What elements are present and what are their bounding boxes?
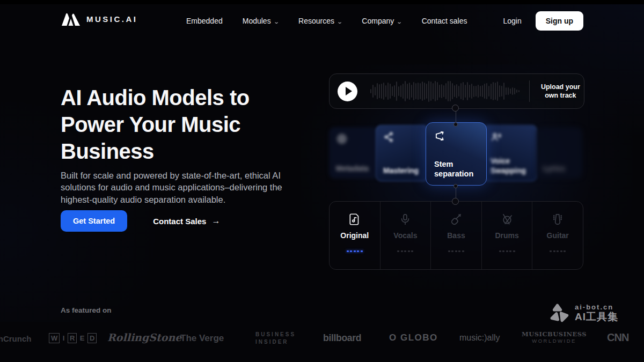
watermark-text: ai-bot.cn AI工具集: [575, 303, 618, 323]
logo-theverge: The Verge: [180, 333, 224, 344]
waveform-bar: [475, 86, 477, 97]
progress-dot: [564, 250, 566, 252]
waveform-bar: [394, 85, 395, 97]
nav-item-label: Company: [362, 17, 394, 25]
waveform-bar: [458, 86, 459, 96]
waveform-bar: [370, 89, 371, 93]
stem-track-vocals[interactable]: Vocals: [380, 202, 431, 269]
circle-icon: [336, 133, 348, 145]
wired-letter: W: [49, 333, 60, 343]
waveform-bar: [471, 84, 472, 99]
nav-item-resources[interactable]: Resources⌄: [298, 17, 342, 25]
voice-swap-icon: [491, 131, 502, 143]
stem-track-original[interactable]: Original: [330, 202, 380, 269]
logo-techcrunch: TechCrunch: [0, 334, 31, 343]
watermark-line2: AI工具集: [575, 311, 618, 323]
waveform-bar: [441, 84, 442, 99]
waveform-bar: [512, 87, 513, 95]
signup-button[interactable]: Sign up: [536, 11, 583, 31]
contact-sales-link[interactable]: Contact Sales →: [153, 216, 220, 226]
module-card-voice-swapping[interactable]: Voice Swapping: [483, 125, 537, 181]
waveform-bar: [385, 85, 386, 97]
stem-track-guitar[interactable]: Guitar: [532, 202, 583, 269]
waveform-bar: [448, 81, 449, 102]
progress-dot: [499, 250, 501, 252]
play-button[interactable]: [338, 82, 357, 101]
module-card-lyrics[interactable]: Lyrics: [536, 127, 582, 179]
wired-letter: I: [61, 334, 67, 343]
waveform-bar: [387, 83, 389, 100]
arrow-right-icon: →: [211, 216, 220, 226]
stem-track-label: Original: [340, 231, 369, 240]
nav-item-company[interactable]: Company⌄: [362, 17, 401, 25]
waveform-bar: [381, 84, 382, 99]
waveform-bar: [422, 82, 423, 101]
logo-line: INSIDER: [255, 338, 296, 346]
waveform-bar: [392, 86, 393, 97]
waveform-bar: [383, 83, 384, 99]
waveform-bar: [478, 85, 479, 98]
waveform-bar: [497, 82, 498, 100]
waveform-bar: [488, 86, 489, 97]
progress-dot: [347, 250, 349, 252]
upload-track-button[interactable]: Upload your own track: [537, 83, 584, 100]
waveform-bar: [484, 84, 485, 98]
top-strip: [0, 0, 644, 4]
logo-mbw: MUSICBUSINESSWORLDWIDE: [522, 331, 587, 344]
get-started-button[interactable]: Get Started: [61, 210, 127, 232]
progress-dot: [506, 250, 508, 252]
stem-track-drums[interactable]: Drums: [481, 202, 532, 269]
waveform-bar: [439, 85, 440, 98]
waveform-bar: [433, 83, 434, 99]
logo-rollingstone: RollingStone: [107, 331, 181, 343]
waveform[interactable]: [370, 79, 525, 104]
progress-dot: [553, 250, 555, 252]
musicai-logo-icon: [61, 12, 81, 26]
waveform-bar: [437, 82, 438, 100]
login-link[interactable]: Login: [503, 17, 521, 25]
navbar: MUSIC.AI EmbeddedModules⌄Resources⌄Compa…: [0, 4, 644, 38]
progress-dot: [462, 250, 464, 252]
stem-track-bass[interactable]: Bass: [430, 202, 481, 269]
progress-dot: [451, 250, 453, 252]
module-card-label: Metadata: [336, 164, 369, 173]
play-icon: [346, 87, 352, 95]
waveform-bar: [435, 81, 436, 102]
nav-right: Login Sign up: [503, 4, 583, 38]
waveform-bar: [467, 82, 468, 101]
waveform-bar: [480, 86, 481, 97]
waveform-bar: [486, 83, 487, 100]
stem-track-label: Bass: [447, 231, 465, 240]
module-card-mastering[interactable]: Mastering: [376, 125, 428, 181]
nav-item-modules[interactable]: Modules⌄: [243, 17, 279, 25]
progress-dot: [513, 250, 515, 252]
track-progress-dots: [397, 250, 413, 252]
progress-dot: [397, 250, 399, 252]
connector-node: [452, 105, 459, 112]
waveform-bar: [493, 82, 494, 100]
logo-oglobo: O GLOBO: [389, 333, 438, 343]
waveform-bar: [460, 83, 462, 99]
waveform-bar: [411, 85, 412, 98]
progress-dot: [411, 250, 413, 252]
waveform-bar: [428, 81, 429, 102]
waveform-bar: [396, 82, 397, 100]
module-card-stem-separation[interactable]: Stem separation: [426, 122, 487, 186]
connector-node: [453, 184, 458, 188]
nav-item-embedded[interactable]: Embedded: [186, 17, 223, 25]
hero-title: AI Audio Models toPower Your MusicBusine…: [61, 84, 291, 165]
waveform-bar: [518, 90, 519, 92]
logo-cnn: CNN: [607, 331, 628, 344]
module-card-metadata[interactable]: Metadata: [329, 127, 380, 179]
track-progress-dots: [347, 250, 363, 252]
nav-links: EmbeddedModules⌄Resources⌄Company⌄Contac…: [186, 4, 467, 38]
waveform-bar: [503, 83, 504, 99]
waveform-bar: [491, 84, 492, 99]
logo-line: BUSINESS: [255, 331, 296, 338]
brand-logo[interactable]: MUSIC.AI: [61, 12, 138, 26]
music-file-icon: [348, 212, 362, 226]
progress-dot: [408, 250, 410, 252]
waveform-bar: [379, 84, 380, 98]
nav-item-contact-sales[interactable]: Contact sales: [422, 17, 467, 25]
split-arrows-icon: [434, 130, 446, 142]
